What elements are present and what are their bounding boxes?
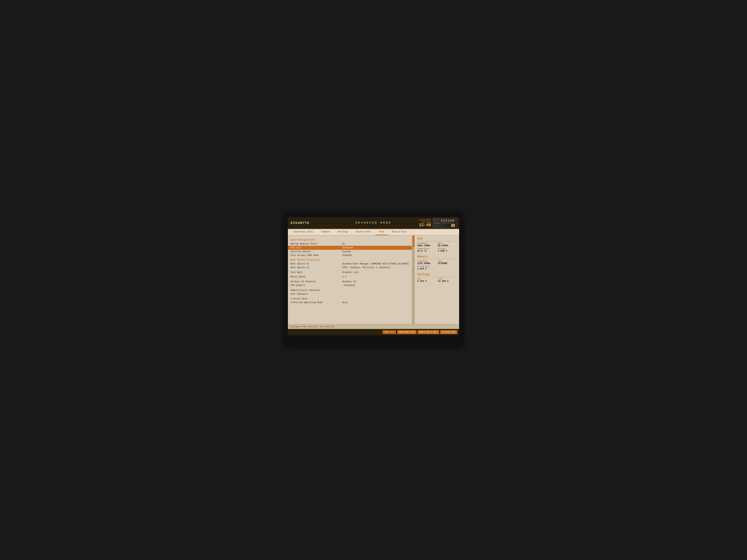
time-display: 12:46 bbox=[419, 223, 431, 227]
v5-item: +5V 5.145 V bbox=[417, 278, 436, 283]
cpu-stat-grid: Frequency 4801.14MHz BCLK 99.97MHz Tempe… bbox=[417, 242, 457, 252]
gigabyte-logo: GIGABYTE bbox=[290, 221, 309, 225]
nav-save-exit[interactable]: Save & Exit bbox=[388, 229, 410, 235]
section-boot-config: Boot Configuration bbox=[290, 239, 409, 241]
cpu-bclk-label: BCLK bbox=[438, 242, 457, 244]
status-bar: Configure MSR 0xE2(15), CFG Lock bit bbox=[288, 324, 459, 329]
label-security-option: Security Option bbox=[290, 250, 342, 253]
value-preferred-os: Auto bbox=[342, 301, 348, 304]
value-csm-support: Disabled bbox=[344, 284, 355, 287]
cpu-temp-item: Temperature 52.0 °C bbox=[417, 248, 436, 252]
label-csm-support: CSM Support bbox=[290, 284, 342, 287]
mem-size-value: 32768MB bbox=[438, 262, 457, 265]
value-bootup-numlock: On bbox=[342, 243, 345, 245]
mem-chvolt-value: 1.224 V bbox=[417, 268, 457, 270]
left-panel: Boot Configuration Bootup NumLock State … bbox=[288, 235, 412, 324]
main-content: Boot Configuration Bootup NumLock State … bbox=[288, 235, 459, 324]
label-bootup-numlock: Bootup NumLock State bbox=[290, 243, 342, 245]
cpu-bclk-value: 99.97MHz bbox=[438, 244, 457, 247]
v5-label: +5V bbox=[417, 278, 436, 280]
help-button[interactable]: Help (F1) bbox=[382, 330, 396, 334]
monitor-bezel: GIGABYTE ADVANCED MODE 12/23/2021 Thursd… bbox=[285, 214, 462, 346]
row-full-screen-logo[interactable]: Full Screen LOGO Show Enabled bbox=[290, 254, 409, 257]
label-full-screen-logo: Full Screen LOGO Show bbox=[290, 254, 342, 257]
value-win10-features: Windows 10 bbox=[342, 281, 356, 283]
easy-mode-button[interactable]: Easy Mode (F2) bbox=[397, 330, 416, 334]
scrollbar-thumb bbox=[413, 236, 414, 247]
section-boot-priorities: Boot Option Priorities bbox=[290, 259, 409, 261]
value-security-option: System bbox=[342, 250, 350, 253]
smart-fan-button[interactable]: Smart Fan 6 (F6) bbox=[418, 330, 439, 334]
right-panel: CPU Frequency 4801.14MHz BCLK 99.97MHz T… bbox=[415, 235, 459, 324]
label-win10-features: Windows 10 Features bbox=[290, 281, 342, 283]
mem-frequency-label: Frequency bbox=[417, 260, 436, 262]
voltage-stat-grid: +5V 5.145 V +12V 12.168 V bbox=[417, 278, 457, 283]
value-boot-option2: UEFI: SanDisk, Partition 1 (SanDisk) bbox=[342, 266, 390, 269]
row-preferred-os[interactable]: Preferred Operating Mode Auto bbox=[290, 301, 409, 304]
label-boot-option1: Boot Option #1 bbox=[290, 263, 342, 265]
bios-header: GIGABYTE ADVANCED MODE 12/23/2021 Thursd… bbox=[288, 217, 459, 229]
row-admin-password[interactable]: Administrator Password bbox=[290, 289, 409, 292]
row-cfg-lock[interactable]: CFG Lock Disabled bbox=[288, 246, 412, 250]
status-text: Configure MSR 0xE2(15), CFG Lock bit bbox=[290, 325, 335, 328]
row-win10-features[interactable]: Windows 10 Features Windows 10 bbox=[290, 280, 409, 284]
mem-frequency-value: 2132.82MHz bbox=[417, 262, 436, 265]
nav-bar: Favorites (F11) Tweaker Settings System … bbox=[288, 229, 459, 235]
row-secure-boot[interactable]: ■ Secure Boot bbox=[290, 297, 409, 301]
voltage-stats-section: Voltage +5V 5.145 V +12V 12.168 V bbox=[417, 273, 457, 283]
label-admin-password: Administrator Password bbox=[290, 289, 342, 292]
cpu-stats-section: CPU Frequency 4801.14MHz BCLK 99.97MHz T… bbox=[417, 237, 457, 252]
cpu-bclk-item: BCLK 99.97MHz bbox=[438, 242, 457, 247]
value-mouse-speed: 1 X bbox=[342, 275, 346, 278]
scrollbar-track[interactable] bbox=[412, 235, 415, 324]
nav-settings[interactable]: Settings bbox=[334, 229, 352, 235]
label-preferred-os: Preferred Operating Mode bbox=[290, 301, 342, 304]
cpu-voltage-value: 1.299 V bbox=[438, 250, 457, 252]
mem-chvolt-label: Ch A/B Volt bbox=[417, 266, 457, 268]
v12-value: 12.168 V bbox=[438, 280, 457, 283]
datetime: 12/23/2021 Thursday 12:46 bbox=[419, 219, 431, 227]
label-boot-option2: Boot Option #2 bbox=[290, 266, 342, 269]
cpu-section-title: CPU bbox=[417, 237, 457, 241]
date-text: 12/23/2021 Thursday bbox=[419, 219, 431, 223]
row-fast-boot[interactable]: Fast Boot Disable Link bbox=[290, 271, 409, 274]
mem-frequency-item: Frequency 2132.82MHz bbox=[417, 260, 436, 265]
nav-sysinfo[interactable]: System Info. bbox=[352, 229, 375, 235]
row-csm-support[interactable]: CSM Support ★ Disabled bbox=[290, 284, 409, 287]
broaden-text: BROADEN YOUR HORIZONS bbox=[435, 222, 455, 224]
row-boot-option1[interactable]: Boot Option #1 Windows Boot Manager (SAM… bbox=[290, 262, 409, 266]
memory-stats-section: Memory Frequency 2132.82MHz Size 32768MB… bbox=[417, 255, 457, 270]
fan-speed-badge: 60 bbox=[451, 224, 455, 227]
value-cfg-lock: Disabled bbox=[342, 246, 353, 249]
value-full-screen-logo: Enabled bbox=[342, 254, 352, 257]
left-panel-with-scroll: Boot Configuration Bootup NumLock State … bbox=[288, 235, 415, 324]
value-boot-option1: Windows Boot Manager (SAMSUNG MZVL22T0HB… bbox=[342, 263, 409, 265]
q-flash-button[interactable]: Q-Flash (F8) bbox=[440, 330, 457, 334]
vision-brand: VISION bbox=[441, 219, 455, 222]
cpu-temp-label: Temperature bbox=[417, 248, 436, 250]
memory-section-title: Memory bbox=[417, 255, 457, 259]
row-security-option[interactable]: Security Option System bbox=[290, 250, 409, 254]
row-boot-option2[interactable]: Boot Option #2 UEFI: SanDisk, Partition … bbox=[290, 266, 409, 269]
row-bootup-numlock[interactable]: Bootup NumLock State On bbox=[290, 242, 409, 246]
bullet-icon: ■ bbox=[290, 298, 292, 300]
mem-size-item: Size 32768MB bbox=[438, 260, 457, 265]
label-fast-boot: Fast Boot bbox=[290, 271, 342, 274]
label-cfg-lock: CFG Lock bbox=[290, 246, 342, 249]
nav-favorites[interactable]: Favorites (F11) bbox=[290, 229, 317, 235]
nav-tweaker[interactable]: Tweaker bbox=[317, 229, 334, 235]
star-icon: ★ bbox=[342, 284, 344, 287]
v5-value: 5.145 V bbox=[417, 280, 436, 283]
v12-label: +12V bbox=[438, 278, 457, 280]
row-mouse-speed[interactable]: Mouse Speed 1 X bbox=[290, 275, 409, 279]
cpu-voltage-label: Voltage bbox=[438, 248, 457, 250]
cpu-frequency-value: 4801.14MHz bbox=[417, 244, 436, 247]
nav-boot[interactable]: Boot bbox=[375, 229, 388, 235]
advanced-mode-title: ADVANCED MODE bbox=[355, 221, 391, 224]
v12-item: +12V 12.168 V bbox=[438, 278, 457, 283]
row-user-password[interactable]: User Password bbox=[290, 292, 409, 296]
cpu-frequency-item: Frequency 4801.14MHz bbox=[417, 242, 436, 247]
mem-size-label: Size bbox=[438, 260, 457, 262]
cpu-frequency-label: Frequency bbox=[417, 242, 436, 244]
label-mouse-speed: Mouse Speed bbox=[290, 275, 342, 278]
